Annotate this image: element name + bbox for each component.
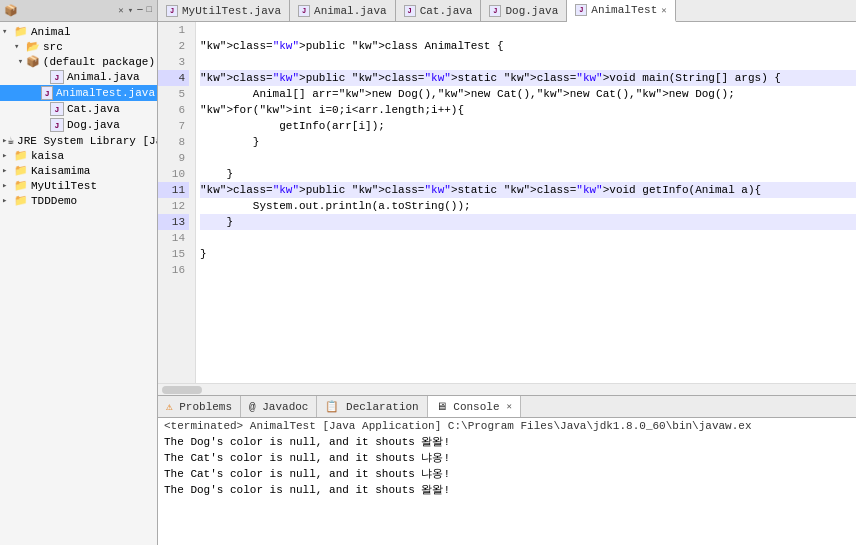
pe-menu-btn[interactable]: ▾ [127, 4, 134, 17]
code-line[interactable]: } [200, 166, 856, 182]
package-explorer: 📦 ✕ ▾ — □ ▾📁Animal▾📂src▾📦(default packag… [0, 0, 158, 545]
line-number: 11 [158, 182, 189, 198]
line-number: 16 [158, 262, 189, 278]
tree-item-dog-java[interactable]: JDog.java [0, 117, 157, 133]
line-number: 5 [158, 86, 189, 102]
tree-arrow-icon: ▸ [2, 195, 14, 206]
line-number: 4 [158, 70, 189, 86]
tree-item-label: kaisa [31, 150, 64, 162]
tree-item-label: AnimalTest.java [56, 87, 155, 99]
bottom-tab-javadoc[interactable]: @ Javadoc [241, 396, 317, 417]
console-icon: 🖥 [436, 401, 447, 413]
bottom-tab-label: 🖥 Console [436, 400, 500, 413]
code-line[interactable]: "kw">class="kw">public "kw">class="kw">s… [200, 70, 856, 86]
package-explorer-header: 📦 ✕ ▾ — □ [0, 0, 157, 22]
line-number: 9 [158, 150, 189, 166]
bottom-tab-label: 📋 Declaration [325, 400, 418, 413]
tree-item-label: JRE System Library [JavaSE-1.8] [17, 135, 157, 147]
tab-label: Animal.java [314, 5, 387, 17]
javadoc-icon: @ [249, 401, 256, 413]
tree-file-icon: 📁 [14, 194, 28, 207]
console-output-line: The Dog's color is null, and it shouts 왈… [164, 482, 850, 498]
tree-arrow-icon: ▸ [2, 180, 14, 191]
tree-item-kaisamima[interactable]: ▸📁Kaisamima [0, 163, 157, 178]
line-number: 3 [158, 54, 189, 70]
tree-file-icon: J [50, 102, 64, 116]
tree-item-label: TDDDemo [31, 195, 77, 207]
line-number: 15 [158, 246, 189, 262]
line-number: 10 [158, 166, 189, 182]
tree-arrow-icon: ▸ [2, 150, 14, 161]
code-line[interactable] [200, 54, 856, 70]
editor-tab-cat[interactable]: JCat.java [396, 0, 482, 21]
tab-file-icon: J [575, 4, 587, 16]
pe-max-btn[interactable]: □ [146, 4, 153, 17]
editor-tab-animaltest[interactable]: JAnimalTest✕ [567, 0, 675, 22]
code-line[interactable] [200, 22, 856, 38]
pe-min-btn[interactable]: — [136, 4, 143, 17]
tree-item-animal-project[interactable]: ▾📁Animal [0, 24, 157, 39]
tree-file-icon: J [50, 70, 64, 84]
tab-file-icon: J [298, 5, 310, 17]
tree-item-label: Dog.java [67, 119, 120, 131]
code-line[interactable] [200, 262, 856, 278]
pe-collapse-btn[interactable]: ✕ [117, 4, 124, 17]
editor-tab-myutiltest[interactable]: JMyUtilTest.java [158, 0, 290, 21]
line-number: 6 [158, 102, 189, 118]
tree-item-label: MyUtilTest [31, 180, 97, 192]
code-line[interactable]: System.out.println(a.toString()); [200, 198, 856, 214]
line-number: 2 [158, 38, 189, 54]
code-line[interactable]: } [200, 134, 856, 150]
tree-arrow-icon: ▸ [2, 165, 14, 176]
line-number: 14 [158, 230, 189, 246]
console-output: <terminated> AnimalTest [Java Applicatio… [158, 418, 856, 545]
code-line[interactable]: "kw">class="kw">public "kw">class="kw">s… [200, 182, 856, 198]
bottom-tab-console[interactable]: 🖥 Console✕ [428, 396, 521, 417]
tree-item-label: Animal [31, 26, 71, 38]
console-terminated-line: <terminated> AnimalTest [Java Applicatio… [164, 420, 850, 434]
tree-item-jre[interactable]: ▸☕JRE System Library [JavaSE-1.8] [0, 133, 157, 148]
code-line[interactable] [200, 150, 856, 166]
editor-tab-animal[interactable]: JAnimal.java [290, 0, 396, 21]
code-line[interactable]: } [200, 214, 856, 230]
editor-tab-dog[interactable]: JDog.java [481, 0, 567, 21]
tree-item-label: Animal.java [67, 71, 140, 83]
tree-file-icon: 📁 [14, 164, 28, 177]
tab-label: AnimalTest [591, 4, 657, 16]
tab-label: Cat.java [420, 5, 473, 17]
tree-file-icon: J [41, 86, 53, 100]
console-output-line: The Cat's color is null, and it shouts 냐… [164, 466, 850, 482]
package-explorer-icon: 📦 [4, 4, 18, 17]
line-numbers: 12345678910111213141516 [158, 22, 196, 383]
bottom-tab-declaration[interactable]: 📋 Declaration [317, 396, 427, 417]
code-line[interactable]: Animal[] arr="kw">new Dog(),"kw">new Cat… [200, 86, 856, 102]
bottom-tab-problems[interactable]: ⚠ Problems [158, 396, 241, 417]
tree-file-icon: J [50, 118, 64, 132]
tree-item-kaisa[interactable]: ▸📁kaisa [0, 148, 157, 163]
code-line[interactable]: } [200, 246, 856, 262]
tab-file-icon: J [404, 5, 416, 17]
tree-item-animal-java[interactable]: JAnimal.java [0, 69, 157, 85]
tree-item-myutiltest[interactable]: ▸📁MyUtilTest [0, 178, 157, 193]
code-line[interactable]: "kw">for("kw">int i=0;i<arr.length;i++){ [200, 102, 856, 118]
tree-item-src[interactable]: ▾📂src [0, 39, 157, 54]
console-close-btn[interactable]: ✕ [507, 401, 512, 412]
code-line[interactable]: getInfo(arr[i]); [200, 118, 856, 134]
tree-file-icon: 📁 [14, 149, 28, 162]
tree-item-tdddemo[interactable]: ▸📁TDDDemo [0, 193, 157, 208]
declaration-icon: 📋 [325, 401, 339, 413]
tree-arrow-icon: ▾ [2, 26, 14, 37]
line-number: 7 [158, 118, 189, 134]
tree-item-cat-java[interactable]: JCat.java [0, 101, 157, 117]
tree-item-label: src [43, 41, 63, 53]
tree-file-icon: 📂 [26, 40, 40, 53]
console-output-line: The Dog's color is null, and it shouts 왈… [164, 434, 850, 450]
code-line[interactable]: "kw">class="kw">public "kw">class Animal… [200, 38, 856, 54]
bottom-tab-label: @ Javadoc [249, 401, 308, 413]
tree-item-animaltest-java[interactable]: JAnimalTest.java [0, 85, 157, 101]
code-line[interactable] [200, 230, 856, 246]
tree-item-label: Cat.java [67, 103, 120, 115]
tab-close-btn[interactable]: ✕ [661, 5, 666, 16]
tree-item-default-pkg[interactable]: ▾📦(default package) [0, 54, 157, 69]
code-lines[interactable]: "kw">class="kw">public "kw">class Animal… [196, 22, 856, 383]
